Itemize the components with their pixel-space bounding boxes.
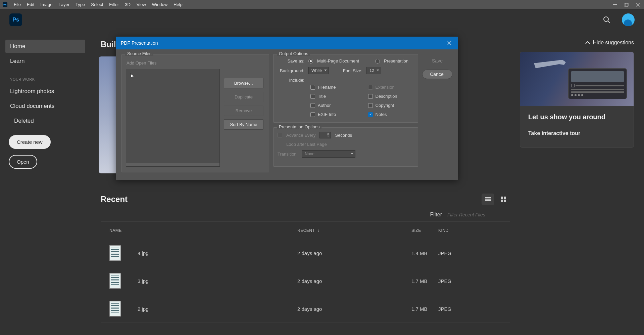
- ps-app-icon: Ps: [9, 13, 22, 26]
- menu-layer[interactable]: Layer: [56, 1, 73, 8]
- close-window-icon[interactable]: [635, 1, 641, 8]
- filter-input[interactable]: [447, 212, 508, 217]
- menu-bar: Ps File Edit Image Layer Type Select Fil…: [0, 0, 644, 9]
- open-button[interactable]: Open: [9, 155, 37, 169]
- source-files-list[interactable]: [126, 69, 220, 167]
- browse-button[interactable]: Browse…: [224, 78, 263, 88]
- menu-3d[interactable]: 3D: [122, 1, 134, 8]
- col-size[interactable]: SIZE: [411, 228, 438, 233]
- presentation-radio[interactable]: [375, 59, 380, 64]
- pdf-presentation-dialog: PDF Presentation Source Files Add Open F…: [116, 36, 458, 180]
- menu-help[interactable]: Help: [170, 1, 186, 8]
- notes-checkbox[interactable]: [368, 112, 373, 117]
- user-avatar[interactable]: [622, 13, 635, 26]
- hide-suggestions-button[interactable]: Hide suggestions: [520, 40, 634, 46]
- grid-view-button[interactable]: [497, 194, 510, 205]
- mini-panel-illustration: [568, 68, 627, 99]
- menu-file[interactable]: File: [11, 1, 24, 8]
- file-thumbnail: [109, 273, 121, 289]
- filename-checkbox[interactable]: [310, 85, 315, 90]
- file-size: 1.7 MB: [411, 306, 438, 312]
- recent-heading: Recent: [101, 195, 128, 204]
- add-open-files-label: Add Open Files: [126, 58, 220, 69]
- multi-page-radio[interactable]: [308, 59, 313, 64]
- create-new-button[interactable]: Create new: [9, 135, 51, 149]
- search-button[interactable]: [601, 14, 612, 26]
- sidebar-lightroom[interactable]: Lightroom photos: [5, 85, 85, 98]
- menu-image[interactable]: Image: [37, 1, 55, 8]
- svg-rect-6: [485, 200, 491, 201]
- svg-rect-7: [501, 197, 503, 199]
- author-checkbox[interactable]: [310, 103, 315, 108]
- list-view-button[interactable]: [482, 194, 494, 205]
- menu-view[interactable]: View: [134, 1, 149, 8]
- right-panel: Hide suggestions Let us show you around …: [520, 30, 644, 335]
- svg-rect-5: [485, 199, 491, 200]
- table-row[interactable]: 3.jpg 2 days ago 1.7 MB JPEG: [101, 267, 510, 295]
- grid-icon: [501, 197, 506, 202]
- tour-card-image: [520, 52, 634, 106]
- file-name: 2.jpg: [138, 306, 149, 312]
- file-kind: JPEG: [438, 306, 501, 312]
- main-panel: Build PDF Presentation Source Files Add …: [91, 30, 520, 335]
- tour-link[interactable]: Take interactive tour: [528, 130, 626, 136]
- file-kind: JPEG: [438, 250, 501, 256]
- copyright-label: Copyright: [376, 103, 394, 108]
- sidebar-learn[interactable]: Learn: [5, 54, 85, 68]
- background-label: Background:: [278, 68, 304, 73]
- transition-label: Transition:: [278, 152, 298, 157]
- maximize-icon[interactable]: [623, 1, 630, 8]
- sidebar-work-header: YOUR WORK: [5, 69, 85, 85]
- col-recent[interactable]: RECENT↓: [297, 228, 411, 233]
- sidebar-home[interactable]: Home: [5, 40, 85, 53]
- app-bar: Ps: [0, 9, 644, 30]
- seconds-label: Seconds: [335, 133, 352, 138]
- minimize-icon[interactable]: [612, 1, 618, 8]
- menu-filter[interactable]: Filter: [106, 1, 122, 8]
- dialog-close-button[interactable]: [446, 39, 453, 47]
- col-kind[interactable]: KIND: [438, 228, 501, 233]
- tour-card[interactable]: Let us show you around Take interactive …: [520, 52, 634, 148]
- file-recent: 2 days ago: [297, 250, 411, 256]
- sort-arrow-icon: ↓: [317, 228, 320, 233]
- sort-by-name-button[interactable]: Sort By Name: [224, 119, 263, 130]
- svg-rect-10: [504, 200, 506, 202]
- menu-type[interactable]: Type: [72, 1, 88, 8]
- table-row[interactable]: 4.jpg 2 days ago 1.4 MB JPEG: [101, 239, 510, 267]
- presentation-label: Presentation: [384, 58, 408, 64]
- source-files-legend: Source Files: [125, 51, 153, 56]
- file-size: 1.7 MB: [411, 278, 438, 284]
- multi-page-label: Multi-Page Document: [317, 58, 359, 64]
- close-icon: [447, 41, 451, 45]
- menu-select[interactable]: Select: [88, 1, 106, 8]
- output-options-legend: Output Options: [277, 51, 310, 56]
- search-icon: [603, 16, 610, 24]
- copyright-checkbox[interactable]: [368, 103, 373, 108]
- cancel-button[interactable]: Cancel: [422, 70, 452, 79]
- loop-label: Loop after Last Page: [286, 142, 327, 147]
- duplicate-button: Duplicate: [224, 92, 263, 102]
- extension-label: Extension: [376, 85, 395, 90]
- scrollbar-horizontal[interactable]: [126, 163, 219, 166]
- sidebar-cloud[interactable]: Cloud documents: [5, 99, 85, 113]
- file-thumbnail: [109, 245, 121, 261]
- file-kind: JPEG: [438, 278, 501, 284]
- svg-rect-0: [613, 4, 617, 5]
- title-opt-label: Title: [318, 94, 326, 99]
- presentation-options-legend: Presentation Options: [277, 124, 321, 129]
- col-name[interactable]: NAME: [109, 228, 297, 233]
- background-dropdown[interactable]: White: [308, 67, 329, 74]
- exif-checkbox[interactable]: [310, 112, 315, 117]
- font-size-dropdown[interactable]: 12: [366, 67, 381, 74]
- description-label: Description: [376, 94, 397, 99]
- svg-rect-9: [501, 200, 503, 202]
- menu-window[interactable]: Window: [149, 1, 170, 8]
- exif-label: EXIF Info: [318, 112, 336, 117]
- menu-edit[interactable]: Edit: [24, 1, 37, 8]
- title-checkbox[interactable]: [310, 94, 315, 99]
- table-row[interactable]: 2.jpg 2 days ago 1.7 MB JPEG: [101, 295, 510, 323]
- extension-checkbox: [368, 85, 373, 90]
- description-checkbox[interactable]: [368, 94, 373, 99]
- sidebar-deleted[interactable]: Deleted: [5, 114, 85, 128]
- file-name: 3.jpg: [138, 278, 149, 284]
